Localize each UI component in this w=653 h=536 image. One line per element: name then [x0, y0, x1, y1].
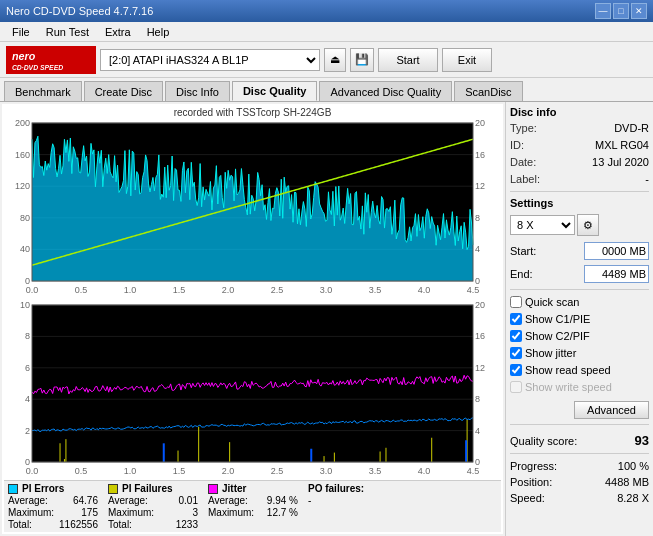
chart-title: recorded with TSSTcorp SH-224GB: [4, 106, 501, 119]
nero-logo: nero CD·DVD SPEED: [6, 46, 96, 74]
charts-area: recorded with TSSTcorp SH-224GB PI Error…: [2, 104, 503, 534]
menu-run-test[interactable]: Run Test: [38, 24, 97, 40]
tab-advanced-disc-quality[interactable]: Advanced Disc Quality: [319, 81, 452, 101]
jitter-stat: Jitter Average: 9.94 % Maximum: 12.7 %: [208, 483, 298, 530]
start-input[interactable]: [584, 242, 649, 260]
id-value: MXL RG04: [595, 139, 649, 151]
minimize-button[interactable]: —: [595, 3, 611, 19]
right-panel: Disc info Type: DVD-R ID: MXL RG04 Date:…: [505, 102, 653, 536]
toolbar: nero CD·DVD SPEED [2:0] ATAPI iHAS324 A …: [0, 42, 653, 78]
eject-button[interactable]: ⏏: [324, 48, 346, 72]
svg-text:nero: nero: [12, 50, 36, 62]
pi-failures-avg: 0.01: [179, 495, 198, 506]
quality-score-value: 93: [635, 433, 649, 448]
stats-bar: PI Errors Average: 64.76 Maximum: 175 To…: [4, 480, 501, 532]
show-read-speed-label[interactable]: Show read speed: [525, 364, 611, 376]
tab-benchmark[interactable]: Benchmark: [4, 81, 82, 101]
show-c1pie-checkbox[interactable]: [510, 313, 522, 325]
pi-failures-max: 3: [192, 507, 198, 518]
start-label: Start:: [510, 245, 536, 257]
settings-icon-btn[interactable]: ⚙: [577, 214, 599, 236]
show-read-speed-row: Show read speed: [510, 364, 649, 376]
pi-failures-color: [108, 484, 118, 494]
show-c1pie-label[interactable]: Show C1/PIE: [525, 313, 590, 325]
date-value: 13 Jul 2020: [592, 156, 649, 168]
menu-help[interactable]: Help: [139, 24, 178, 40]
po-failures-value: -: [308, 495, 311, 506]
jitter-color: [208, 484, 218, 494]
save-button[interactable]: 💾: [350, 48, 374, 72]
quick-scan-row: Quick scan: [510, 296, 649, 308]
pi-errors-stat: PI Errors Average: 64.76 Maximum: 175 To…: [8, 483, 98, 530]
title-text: Nero CD-DVD Speed 4.7.7.16: [6, 5, 595, 17]
show-c2pif-label[interactable]: Show C2/PIF: [525, 330, 590, 342]
jitter-max: 12.7 %: [267, 507, 298, 518]
maximize-button[interactable]: □: [613, 3, 629, 19]
show-read-speed-checkbox[interactable]: [510, 364, 522, 376]
quick-scan-label[interactable]: Quick scan: [525, 296, 579, 308]
end-input[interactable]: [584, 265, 649, 283]
tab-bar: Benchmark Create Disc Disc Info Disc Qua…: [0, 78, 653, 102]
svg-text:CD·DVD SPEED: CD·DVD SPEED: [12, 63, 63, 70]
pi-errors-color: [8, 484, 18, 494]
show-c2pif-checkbox[interactable]: [510, 330, 522, 342]
pi-failures-stat: PI Failures Average: 0.01 Maximum: 3 Tot…: [108, 483, 198, 530]
drive-select[interactable]: [2:0] ATAPI iHAS324 A BL1P: [100, 49, 320, 71]
position-label: Position:: [510, 476, 552, 488]
menu-file[interactable]: File: [4, 24, 38, 40]
position-value: 4488 MB: [605, 476, 649, 488]
pi-errors-avg: 64.76: [73, 495, 98, 506]
pi-errors-total: 1162556: [59, 519, 98, 530]
show-jitter-checkbox[interactable]: [510, 347, 522, 359]
menu-bar: File Run Test Extra Help: [0, 22, 653, 42]
pi-errors-max: 175: [81, 507, 98, 518]
start-button[interactable]: Start: [378, 48, 438, 72]
show-jitter-row: Show jitter: [510, 347, 649, 359]
close-button[interactable]: ✕: [631, 3, 647, 19]
po-failures-stat: PO failures: -: [308, 483, 398, 530]
tab-create-disc[interactable]: Create Disc: [84, 81, 163, 101]
exit-button[interactable]: Exit: [442, 48, 492, 72]
disc-label-label: Label:: [510, 173, 540, 185]
speed-value: 8.28 X: [617, 492, 649, 504]
type-label: Type:: [510, 122, 537, 134]
settings-title: Settings: [510, 197, 649, 209]
progress-label: Progress:: [510, 460, 557, 472]
show-c1pie-row: Show C1/PIE: [510, 313, 649, 325]
main-content: recorded with TSSTcorp SH-224GB PI Error…: [0, 102, 653, 536]
disc-info-title: Disc info: [510, 106, 649, 118]
end-label: End:: [510, 268, 533, 280]
jitter-avg: 9.94 %: [267, 495, 298, 506]
quality-score-label: Quality score:: [510, 435, 577, 447]
speed-select[interactable]: 8 X: [510, 215, 575, 235]
show-write-speed-checkbox[interactable]: [510, 381, 522, 393]
tab-disc-quality[interactable]: Disc Quality: [232, 81, 318, 101]
advanced-button[interactable]: Advanced: [574, 401, 649, 419]
menu-extra[interactable]: Extra: [97, 24, 139, 40]
upper-chart: [4, 119, 501, 299]
tab-scandisc[interactable]: ScanDisc: [454, 81, 522, 101]
quick-scan-checkbox[interactable]: [510, 296, 522, 308]
pi-failures-total: 1233: [176, 519, 198, 530]
progress-value: 100 %: [618, 460, 649, 472]
type-value: DVD-R: [614, 122, 649, 134]
date-label: Date:: [510, 156, 536, 168]
tab-disc-info[interactable]: Disc Info: [165, 81, 230, 101]
lower-chart: [4, 301, 501, 480]
show-c2pif-row: Show C2/PIF: [510, 330, 649, 342]
show-write-speed-row: Show write speed: [510, 381, 649, 393]
title-bar: Nero CD-DVD Speed 4.7.7.16 — □ ✕: [0, 0, 653, 22]
show-write-speed-label: Show write speed: [525, 381, 612, 393]
disc-label-value: -: [645, 173, 649, 185]
id-label: ID:: [510, 139, 524, 151]
speed-label: Speed:: [510, 492, 545, 504]
show-jitter-label[interactable]: Show jitter: [525, 347, 576, 359]
